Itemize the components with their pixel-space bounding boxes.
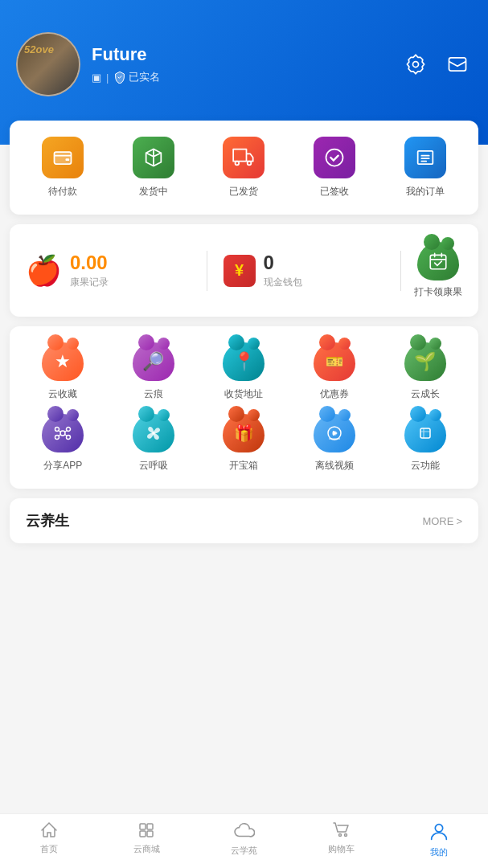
order-label-signed: 已签收 bbox=[320, 185, 349, 199]
truck-icon bbox=[232, 146, 255, 169]
svg-rect-19 bbox=[147, 824, 153, 829]
tool-breathe[interactable]: 云呼吸 bbox=[109, 414, 199, 473]
wallet-card: 🍎 0.00 康果记录 ¥ 0 现金钱包 打卡领康果 bbox=[10, 224, 478, 317]
growth-cloud-icon: 🌱 bbox=[404, 342, 446, 381]
svg-point-24 bbox=[436, 825, 443, 832]
favorites-cloud-icon: ★ bbox=[42, 342, 84, 381]
order-label-all: 我的订单 bbox=[406, 185, 445, 199]
cart-icon bbox=[332, 821, 351, 840]
svg-rect-17 bbox=[420, 428, 430, 438]
order-item-all[interactable]: 我的订单 bbox=[379, 137, 470, 199]
bottom-nav: 首页 云商城 云学苑 购物车 我的 bbox=[0, 813, 488, 868]
mall-icon bbox=[137, 821, 156, 840]
nav-home-label: 首页 bbox=[40, 843, 58, 855]
cash-icon: ¥ bbox=[223, 255, 256, 287]
nav-home[interactable]: 首页 bbox=[0, 821, 97, 858]
tool-box[interactable]: 🎁 开宝箱 bbox=[199, 414, 289, 473]
svg-point-22 bbox=[338, 834, 341, 837]
svg-rect-18 bbox=[140, 824, 146, 829]
svg-rect-8 bbox=[430, 255, 446, 268]
cube-icon bbox=[416, 424, 435, 443]
verified-text: 已实名 bbox=[129, 70, 160, 84]
svg-point-6 bbox=[326, 149, 343, 166]
message-button[interactable] bbox=[443, 50, 472, 79]
tools-grid: ★ 云收藏 🔎 云痕 📍 收货地址 🎫 优惠券 🌱 云 bbox=[18, 342, 470, 473]
tool-functions[interactable]: 云功能 bbox=[379, 414, 470, 473]
verified-badge: 已实名 bbox=[113, 70, 160, 84]
avatar[interactable]: 52ove bbox=[16, 32, 80, 96]
tool-favorites[interactable]: ★ 云收藏 bbox=[18, 342, 109, 401]
svg-rect-7 bbox=[417, 151, 433, 164]
order-item-shipped[interactable]: 已发货 bbox=[199, 137, 289, 199]
message-icon bbox=[446, 53, 469, 76]
home-icon bbox=[39, 821, 59, 840]
apple-amount: 0.00 bbox=[70, 252, 109, 274]
cash-label: 现金钱包 bbox=[264, 276, 302, 289]
nav-academy[interactable]: 云学苑 bbox=[195, 821, 293, 858]
nav-mall[interactable]: 云商城 bbox=[97, 821, 195, 858]
wallet-divider-1 bbox=[207, 251, 207, 291]
nav-mine[interactable]: 我的 bbox=[391, 821, 488, 858]
trace-cloud-icon: 🔎 bbox=[133, 342, 174, 381]
offline-video-cloud-icon bbox=[314, 414, 355, 452]
tool-offline-video[interactable]: 离线视频 bbox=[289, 414, 380, 473]
calendar-check-icon bbox=[428, 251, 449, 272]
tool-trace[interactable]: 🔎 云痕 bbox=[109, 342, 199, 401]
check-circle-icon bbox=[323, 146, 346, 169]
nav-cart[interactable]: 购物车 bbox=[293, 821, 390, 858]
cash-wallet-section[interactable]: ¥ 0 现金钱包 bbox=[223, 252, 388, 289]
checkin-label: 打卡领康果 bbox=[414, 285, 462, 299]
box-cloud-icon: 🎁 bbox=[223, 414, 265, 452]
growth-label: 云成长 bbox=[411, 387, 440, 401]
nav-cart-label: 购物车 bbox=[328, 843, 355, 855]
shipped-icon bbox=[223, 137, 265, 178]
coupons-label: 优惠券 bbox=[320, 387, 349, 401]
signed-icon bbox=[314, 137, 355, 178]
wallet-icon bbox=[51, 146, 74, 169]
svg-rect-3 bbox=[66, 158, 70, 161]
order-item-signed[interactable]: 已签收 bbox=[289, 137, 380, 199]
cloud-icon bbox=[234, 821, 255, 841]
settings-button[interactable] bbox=[401, 50, 430, 79]
wellness-more-button[interactable]: MORE > bbox=[422, 515, 462, 527]
checkin-section[interactable]: 打卡领康果 bbox=[414, 242, 462, 299]
wellness-more-label: MORE bbox=[422, 515, 453, 527]
tool-coupons[interactable]: 🎫 优惠券 bbox=[289, 342, 380, 401]
fan-icon bbox=[144, 424, 163, 443]
svg-point-23 bbox=[344, 834, 347, 837]
share-label: 分享APP bbox=[43, 459, 82, 473]
tool-address[interactable]: 📍 收货地址 bbox=[199, 342, 289, 401]
breathe-cloud-icon bbox=[133, 414, 174, 452]
coupons-cloud-icon: 🎫 bbox=[314, 342, 355, 381]
address-label: 收货地址 bbox=[224, 387, 263, 401]
shield-icon bbox=[113, 71, 126, 84]
all-orders-icon bbox=[404, 137, 446, 178]
svg-rect-2 bbox=[55, 152, 72, 164]
order-item-shipping[interactable]: 发货中 bbox=[109, 137, 199, 199]
box-label: 开宝箱 bbox=[229, 459, 258, 473]
checkin-cloud-icon bbox=[417, 242, 459, 280]
box-icon bbox=[142, 146, 165, 169]
nav-mine-label: 我的 bbox=[430, 846, 448, 858]
apple-wallet-section[interactable]: 🍎 0.00 康果记录 bbox=[26, 252, 191, 289]
wallet-divider-2 bbox=[400, 251, 401, 291]
svg-point-5 bbox=[248, 162, 252, 166]
order-label-shipping: 发货中 bbox=[139, 185, 168, 199]
svg-point-9 bbox=[60, 431, 65, 436]
order-item-pending[interactable]: 待付款 bbox=[18, 137, 109, 199]
tool-growth[interactable]: 🌱 云成长 bbox=[379, 342, 470, 401]
trace-label: 云痕 bbox=[144, 387, 163, 401]
wellness-section: 云养生 MORE > bbox=[10, 498, 478, 543]
profile-icon bbox=[428, 821, 450, 843]
functions-label: 云功能 bbox=[411, 459, 440, 473]
offline-video-label: 离线视频 bbox=[315, 459, 354, 473]
orders-grid: 待付款 发货中 已发货 bbox=[18, 137, 470, 199]
address-cloud-icon: 📍 bbox=[223, 342, 265, 381]
nav-mall-label: 云商城 bbox=[133, 843, 160, 855]
tool-share[interactable]: 分享APP bbox=[18, 414, 109, 473]
share-icon bbox=[53, 424, 72, 443]
id-icon: ▣ bbox=[92, 72, 101, 84]
orders-card: 待付款 发货中 已发货 bbox=[10, 121, 478, 215]
video-icon bbox=[325, 424, 344, 443]
gear-icon bbox=[404, 53, 427, 76]
